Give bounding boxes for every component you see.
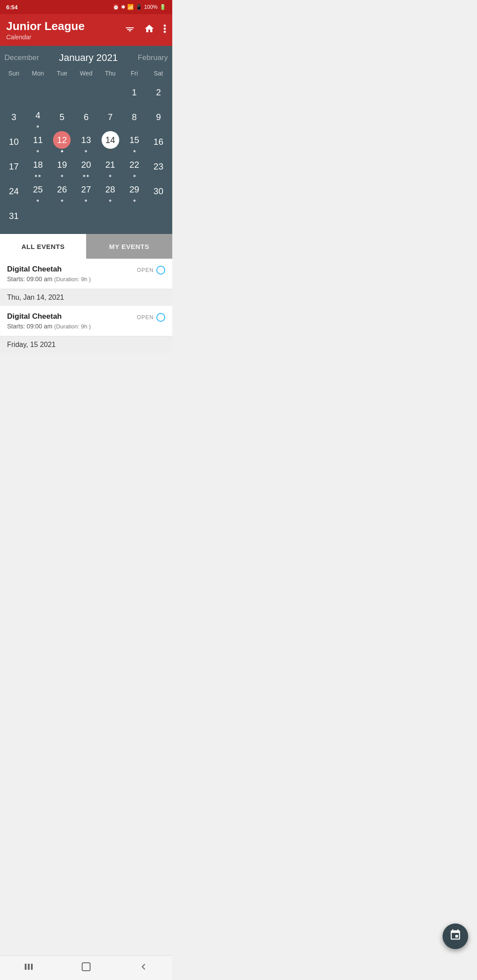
event-starts-2: Starts: 09:00 am xyxy=(7,323,54,330)
day-number: 4 xyxy=(29,106,47,124)
day-number: 18 xyxy=(29,156,47,173)
event-dots xyxy=(61,199,63,202)
cal-day-19[interactable]: 19 xyxy=(50,155,74,178)
open-label-2: OPEN xyxy=(137,314,154,320)
cal-day-16[interactable]: 16 xyxy=(146,130,170,154)
home-icon[interactable] xyxy=(144,23,155,37)
event-time-2: Starts: 09:00 am (Duration: 9h ) xyxy=(7,323,137,330)
cal-day-13[interactable]: 13 xyxy=(74,130,98,154)
status-bar: 6:54 ⏰ ✱ 📶 📱 100% 🔋 xyxy=(0,0,172,14)
filter-icon[interactable] xyxy=(125,23,135,37)
day-number: 7 xyxy=(102,108,119,126)
events-list: Digital Cheetah Starts: 09:00 am (Durati… xyxy=(0,259,172,353)
cal-day-5[interactable]: 5 xyxy=(50,105,74,129)
cal-day-2[interactable]: 2 xyxy=(146,80,170,104)
cal-day-17[interactable]: 17 xyxy=(2,155,26,178)
event-dot xyxy=(83,175,85,177)
cal-day-11[interactable]: 11 xyxy=(26,130,50,154)
weekdays-header: Sun Mon Tue Wed Thu Fri Sat xyxy=(0,68,172,80)
day-number: 22 xyxy=(125,156,143,173)
cal-day-21[interactable]: 21 xyxy=(98,155,122,178)
event-status-2: OPEN xyxy=(137,312,165,322)
cal-day-22[interactable]: 22 xyxy=(122,155,147,178)
event-dot xyxy=(37,125,39,128)
cal-day-26[interactable]: 26 xyxy=(50,179,74,203)
cal-day-23[interactable]: 23 xyxy=(146,155,170,178)
event-dots xyxy=(109,199,111,202)
cal-day-20[interactable]: 20 xyxy=(74,155,98,178)
cal-day-29[interactable]: 29 xyxy=(122,179,147,203)
day-number: 21 xyxy=(102,156,119,173)
cal-day-12[interactable]: 12 xyxy=(50,130,74,154)
cal-day-1[interactable]: 1 xyxy=(122,80,147,104)
month-nav: December January 2021 February xyxy=(0,50,172,68)
cal-day-14[interactable]: 14 xyxy=(98,130,122,154)
event-dots xyxy=(35,174,41,177)
day-number: 11 xyxy=(29,131,47,149)
cal-day-24[interactable]: 24 xyxy=(2,179,26,203)
cal-day-9[interactable]: 9 xyxy=(146,105,170,129)
cal-day-3[interactable]: 3 xyxy=(2,105,26,129)
status-time: 6:54 xyxy=(6,4,18,11)
event-card[interactable]: Digital Cheetah Starts: 09:00 am (Durati… xyxy=(0,259,172,289)
cal-day-28[interactable]: 28 xyxy=(98,179,122,203)
event-dot xyxy=(35,175,37,177)
current-month[interactable]: January 2021 xyxy=(59,52,118,64)
event-dots xyxy=(83,174,89,177)
event-dots xyxy=(37,150,39,152)
cal-day-6[interactable]: 6 xyxy=(74,105,98,129)
event-dots xyxy=(85,150,87,152)
svg-point-0 xyxy=(164,25,166,27)
event-dot xyxy=(109,150,111,152)
tab-my-events[interactable]: MY EVENTS xyxy=(86,234,172,259)
cal-day-18[interactable]: 18 xyxy=(26,155,50,178)
day-number: 10 xyxy=(5,133,23,151)
day-number: 3 xyxy=(5,108,23,126)
cal-day-25[interactable]: 25 xyxy=(26,179,50,203)
day-number: 31 xyxy=(5,207,23,225)
day-number: 30 xyxy=(150,182,167,200)
day-number: 17 xyxy=(5,158,23,175)
day-number: 23 xyxy=(150,158,167,175)
day-number: 16 xyxy=(150,133,167,151)
event-dot xyxy=(133,200,136,202)
event-name: Digital Cheetah xyxy=(7,265,137,274)
day-number: 8 xyxy=(125,108,143,126)
cal-day-7[interactable]: 7 xyxy=(98,105,122,129)
cal-day-15[interactable]: 15 xyxy=(122,130,147,154)
empty-cell xyxy=(2,80,26,104)
prev-month[interactable]: December xyxy=(4,53,39,62)
day-number: 1 xyxy=(125,83,143,101)
cal-day-8[interactable]: 8 xyxy=(122,105,147,129)
cal-day-27[interactable]: 27 xyxy=(74,179,98,203)
cal-day-31[interactable]: 31 xyxy=(2,204,26,228)
tab-all-events[interactable]: ALL EVENTS xyxy=(0,234,86,259)
day-number: 19 xyxy=(53,156,71,173)
more-icon[interactable] xyxy=(163,23,166,37)
event-card-2[interactable]: Digital Cheetah Starts: 09:00 am (Durati… xyxy=(0,306,172,336)
event-dot xyxy=(38,175,41,177)
app-subtitle: Calendar xyxy=(6,34,125,41)
day-number: 20 xyxy=(77,156,95,173)
day-number: 25 xyxy=(29,181,47,198)
day-number: 12 xyxy=(53,131,71,149)
next-month[interactable]: February xyxy=(138,53,168,62)
weekday-sat: Sat xyxy=(146,68,170,80)
event-status: OPEN xyxy=(137,265,165,275)
event-dots xyxy=(133,174,136,177)
day-number: 28 xyxy=(102,181,119,198)
event-info-2: Digital Cheetah Starts: 09:00 am (Durati… xyxy=(7,312,137,330)
event-time: Starts: 09:00 am (Duration: 9h ) xyxy=(7,275,137,283)
event-dot xyxy=(61,200,63,202)
event-dots xyxy=(109,174,111,177)
cal-day-10[interactable]: 10 xyxy=(2,130,26,154)
weekday-fri: Fri xyxy=(122,68,147,80)
day-number: 5 xyxy=(53,108,71,126)
bluetooth-icon: ✱ xyxy=(121,4,125,10)
alarm-icon: ⏰ xyxy=(113,4,119,10)
event-starts: Starts: 09:00 am xyxy=(7,275,54,283)
cal-day-4[interactable]: 4 xyxy=(26,105,50,129)
cal-day-30[interactable]: 30 xyxy=(146,179,170,203)
weekday-wed: Wed xyxy=(74,68,98,80)
day-number: 15 xyxy=(125,131,143,149)
